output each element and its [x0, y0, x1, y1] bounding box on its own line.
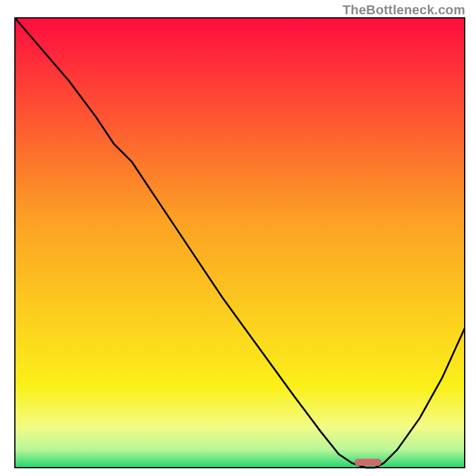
plot-background [15, 18, 465, 468]
bottleneck-chart [0, 0, 476, 476]
optimal-marker [355, 459, 381, 466]
